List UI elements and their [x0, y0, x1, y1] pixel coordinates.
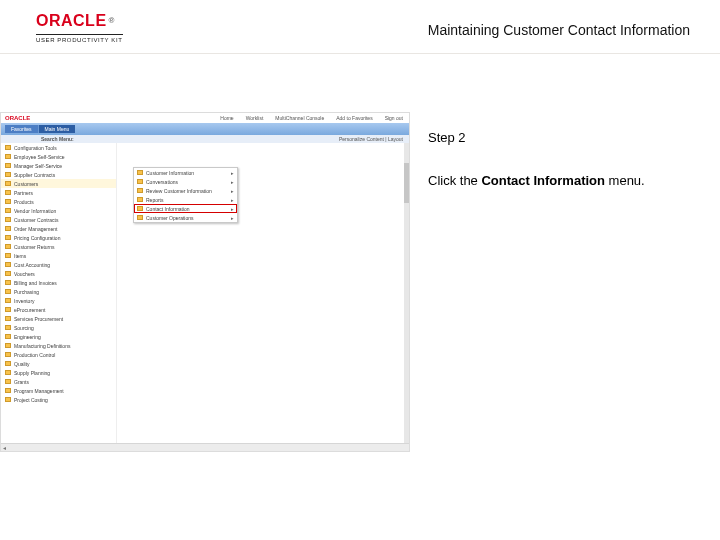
submenu-item[interactable]: Customer Information▸ — [134, 168, 237, 177]
ss-search-label: Search Menu: — [41, 136, 74, 142]
sidebar-item[interactable]: Pricing Configuration — [1, 233, 116, 242]
ss-sidebar: Configuration ToolsEmployee Self-Service… — [1, 143, 117, 443]
chevron-right-icon: ▸ — [231, 179, 234, 185]
sidebar-item[interactable]: Employee Self-Service — [1, 152, 116, 161]
chevron-right-icon: ▸ — [231, 170, 234, 176]
logo-text: ORACLE — [36, 12, 107, 29]
folder-icon — [5, 316, 11, 321]
folder-icon — [137, 206, 143, 211]
sidebar-item[interactable]: Customer Returns — [1, 242, 116, 251]
sidebar-item-label: Products — [14, 199, 34, 205]
sidebar-item[interactable]: Vendor Information — [1, 206, 116, 215]
sidebar-item-label: Cost Accounting — [14, 262, 50, 268]
sidebar-item[interactable]: Vouchers — [1, 269, 116, 278]
sidebar-item[interactable]: Purchasing — [1, 287, 116, 296]
sidebar-item[interactable]: Services Procurement — [1, 314, 116, 323]
page-title: Maintaining Customer Contact Information — [428, 22, 690, 38]
submenu-item[interactable]: Conversations▸ — [134, 177, 237, 186]
sidebar-item-label: Customer Returns — [14, 244, 55, 250]
submenu-item-contact-information[interactable]: Contact Information▸ — [134, 204, 237, 213]
ss-link-console[interactable]: MultiChannel Console — [275, 115, 324, 121]
folder-icon — [5, 208, 11, 213]
folder-icon — [5, 154, 11, 159]
folder-icon — [5, 388, 11, 393]
submenu-item[interactable]: Customer Operations▸ — [134, 213, 237, 222]
sidebar-item[interactable]: Project Costing — [1, 395, 116, 404]
sidebar-item[interactable]: Customers — [1, 179, 116, 188]
ss-tab-mainmenu[interactable]: Main Menu — [39, 125, 76, 133]
sidebar-item-label: Purchasing — [14, 289, 39, 295]
logo-subtext: USER PRODUCTIVITY KIT — [36, 34, 123, 43]
scrollbar-horizontal[interactable]: ◂ — [1, 443, 409, 451]
sidebar-item[interactable]: Supply Planning — [1, 368, 116, 377]
folder-icon — [137, 170, 143, 175]
sidebar-item[interactable]: Cost Accounting — [1, 260, 116, 269]
sidebar-item-label: Vouchers — [14, 271, 35, 277]
folder-icon — [5, 217, 11, 222]
instruction-panel: Step 2 Click the Contact Information men… — [410, 54, 710, 452]
folder-icon — [5, 361, 11, 366]
folder-icon — [5, 307, 11, 312]
sidebar-item[interactable]: Products — [1, 197, 116, 206]
ss-link-worklist[interactable]: Worklist — [246, 115, 264, 121]
sidebar-item[interactable]: Quality — [1, 359, 116, 368]
folder-icon — [5, 163, 11, 168]
ss-link-home[interactable]: Home — [220, 115, 233, 121]
folder-icon — [137, 197, 143, 202]
sidebar-item[interactable]: Order Management — [1, 224, 116, 233]
sidebar-item-label: Quality — [14, 361, 30, 367]
ss-subbar: Search Menu: Personalize Content | Layou… — [1, 135, 409, 143]
sidebar-item-label: Program Management — [14, 388, 64, 394]
sidebar-item[interactable]: Billing and Invoices — [1, 278, 116, 287]
submenu-item[interactable]: Reports▸ — [134, 195, 237, 204]
sidebar-item-label: Project Costing — [14, 397, 48, 403]
oracle-logo: ORACLE® USER PRODUCTIVITY KIT — [36, 14, 123, 46]
sidebar-item-label: Billing and Invoices — [14, 280, 57, 286]
sidebar-item[interactable]: Customer Contracts — [1, 215, 116, 224]
ss-link-signout[interactable]: Sign out — [385, 115, 403, 121]
instruction-text: Click the Contact Information menu. — [428, 173, 700, 190]
submenu-item-label: Contact Information — [146, 206, 190, 212]
sidebar-item[interactable]: Items — [1, 251, 116, 260]
folder-icon — [5, 325, 11, 330]
sidebar-item-label: Supply Planning — [14, 370, 50, 376]
folder-icon — [5, 172, 11, 177]
sidebar-item[interactable]: Manager Self-Service — [1, 161, 116, 170]
sidebar-item[interactable]: Sourcing — [1, 323, 116, 332]
folder-icon — [137, 188, 143, 193]
sidebar-item[interactable]: Program Management — [1, 386, 116, 395]
sidebar-item[interactable]: Configuration Tools — [1, 143, 116, 152]
sidebar-item-label: Employee Self-Service — [14, 154, 65, 160]
ss-personalize[interactable]: Personalize Content | Layout — [339, 136, 403, 142]
ss-link-favorites[interactable]: Add to Favorites — [336, 115, 372, 121]
chevron-right-icon: ▸ — [231, 215, 234, 221]
sidebar-item-label: Grants — [14, 379, 29, 385]
submenu-item[interactable]: Review Customer Information▸ — [134, 186, 237, 195]
sidebar-item[interactable]: Manufacturing Definitions — [1, 341, 116, 350]
submenu-item-label: Customer Operations — [146, 215, 194, 221]
sidebar-item-label: eProcurement — [14, 307, 45, 313]
sidebar-item[interactable]: Grants — [1, 377, 116, 386]
ss-tab-favorites[interactable]: Favorites — [5, 125, 39, 133]
sidebar-item[interactable]: Supplier Contracts — [1, 170, 116, 179]
folder-icon — [5, 190, 11, 195]
scrollbar-vertical[interactable] — [404, 143, 409, 443]
folder-icon — [5, 334, 11, 339]
sidebar-item-label: Order Management — [14, 226, 57, 232]
sidebar-item[interactable]: Partners — [1, 188, 116, 197]
folder-icon — [5, 145, 11, 150]
instr-prefix: Click the — [428, 173, 481, 188]
folder-icon — [5, 253, 11, 258]
sidebar-item-label: Sourcing — [14, 325, 34, 331]
instr-suffix: menu. — [605, 173, 645, 188]
folder-icon — [5, 235, 11, 240]
sidebar-item[interactable]: Inventory — [1, 296, 116, 305]
folder-icon — [5, 199, 11, 204]
sidebar-item[interactable]: eProcurement — [1, 305, 116, 314]
folder-icon — [137, 215, 143, 220]
chevron-right-icon: ▸ — [231, 188, 234, 194]
folder-icon — [5, 298, 11, 303]
sidebar-item[interactable]: Engineering — [1, 332, 116, 341]
sidebar-item[interactable]: Production Control — [1, 350, 116, 359]
scrollbar-thumb[interactable] — [404, 163, 409, 203]
